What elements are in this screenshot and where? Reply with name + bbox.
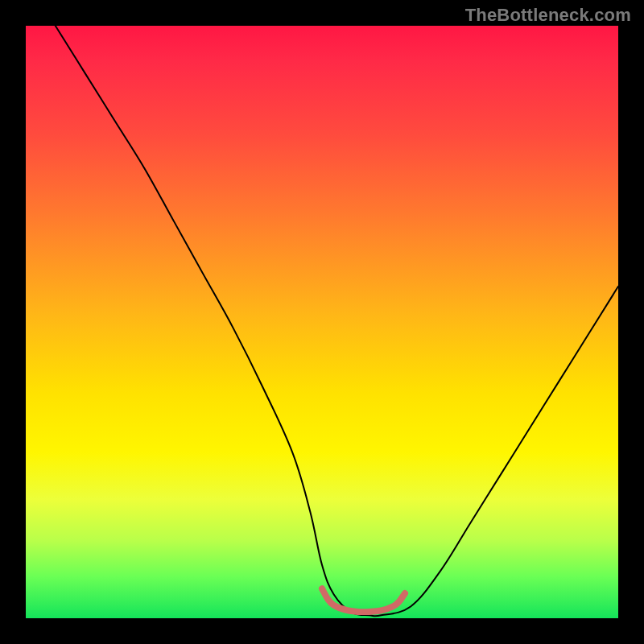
bottleneck-floor-highlight [322, 588, 405, 612]
bottleneck-curve [56, 26, 618, 616]
chart-frame: TheBottleneck.com [0, 0, 644, 644]
chart-overlay [26, 26, 618, 618]
watermark-text: TheBottleneck.com [465, 5, 631, 26]
